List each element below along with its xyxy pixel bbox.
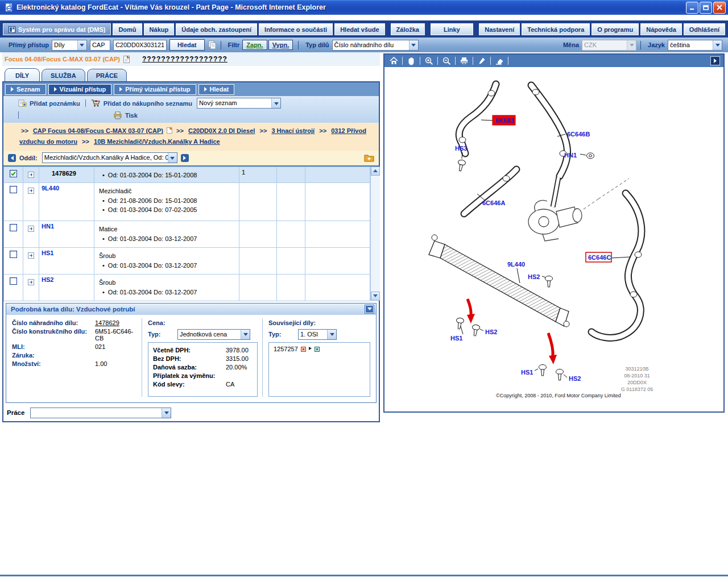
minimize-button[interactable] — [686, 2, 698, 14]
scroll-up-button[interactable] — [371, 167, 380, 176]
context-row: Focus 04-08/Focus C-MAX 03-07 (CAP) ????… — [2, 52, 380, 66]
related-type-select[interactable]: 1. OSI — [298, 329, 337, 340]
callout-6c646b[interactable]: 6C646B — [567, 131, 590, 138]
previous-section-button[interactable] — [8, 154, 16, 162]
parts-diagram[interactable]: 6K683 HS3 6C646B HN1 6C646A 9L440 HS2 6C… — [384, 67, 723, 411]
part-number[interactable]: 1478629 — [39, 167, 94, 182]
expand-panel-button[interactable] — [710, 56, 720, 65]
pan-hand-icon[interactable] — [406, 56, 417, 66]
table-row[interactable]: 9L440 Mezichladič Od: 21-08-2006 Do: 15-… — [4, 182, 370, 221]
part-type-select[interactable]: Číslo náhradního dílu — [332, 40, 419, 51]
section-select[interactable]: Mezichladič/Vzduch.Kanálky A Hadice, Od:… — [42, 152, 177, 163]
breadcrumb-group-link[interactable]: 3 Hnací ústrojí — [271, 127, 315, 134]
eraser-icon[interactable] — [494, 56, 505, 66]
callout-9l440[interactable]: 9L440 — [507, 261, 525, 268]
menu-tech-support-button[interactable]: Technická podpora — [522, 23, 590, 35]
shopping-list-select[interactable]: Nový seznam — [197, 98, 281, 109]
part-number-link[interactable]: HS2 — [39, 274, 94, 301]
table-row[interactable]: HS2 Šroub Od: 01-03-2004 Do: 03-12-2007 — [4, 274, 370, 301]
search-button[interactable]: Hledat — [169, 39, 205, 51]
callout-hs2-core[interactable]: HS2 — [528, 273, 540, 280]
home-icon[interactable] — [388, 56, 399, 66]
menu-search-all-button[interactable]: Hledat všude — [334, 23, 384, 35]
close-button[interactable] — [713, 2, 726, 14]
expand-row-button[interactable] — [28, 226, 34, 232]
price-type-select[interactable]: Jednotková cena — [177, 329, 250, 340]
filter-off-button[interactable]: Vypn. — [268, 40, 293, 50]
menu-bookmark-button[interactable]: Záložka — [391, 23, 425, 35]
menu-part-info-button[interactable]: Informace o součásti — [259, 23, 333, 35]
callout-hs1-bottom[interactable]: HS1 — [521, 369, 533, 376]
row-checkbox[interactable] — [10, 251, 17, 258]
access-category-select[interactable]: Díly — [52, 40, 87, 51]
view-list-button[interactable]: Seznam — [5, 84, 46, 95]
work-select[interactable] — [30, 408, 171, 418]
document-icon[interactable] — [166, 127, 173, 134]
document-icon[interactable] — [123, 55, 130, 64]
filter-on-button[interactable]: Zapn. — [242, 40, 267, 50]
breadcrumb-section-link[interactable]: 10B Mezichladič/Vzduch.Kanálky A Hadice — [94, 138, 220, 145]
row-checkbox[interactable] — [10, 224, 17, 231]
add-note-button[interactable]: Přidat poznámku — [18, 99, 80, 107]
part-number-link[interactable]: HN1 — [39, 221, 94, 247]
menu-settings-button[interactable]: Nastavení — [479, 23, 520, 35]
breadcrumb-vehicle-link[interactable]: CAP Focus 04-08/Focus C-MAX 03-07 (CAP) — [33, 127, 163, 134]
callout-6c646c-boxed[interactable]: 6C646C — [588, 254, 611, 261]
menu-about-button[interactable]: O programu — [592, 23, 639, 35]
view-search-button[interactable]: Hledat — [198, 84, 235, 95]
callout-hs2-bottom[interactable]: HS2 — [569, 375, 581, 382]
folder-up-icon[interactable] — [364, 153, 374, 162]
tab-sluzba[interactable]: SLUŽBA — [42, 69, 85, 81]
part-number-link[interactable]: 1478629 — [95, 319, 119, 326]
table-row[interactable]: HN1 Matice Od: 01-03-2004 Do: 03-12-2007 — [4, 221, 370, 247]
table-scrollbar[interactable] — [370, 167, 380, 301]
next-section-button[interactable] — [181, 154, 189, 162]
expand-row-button[interactable] — [28, 188, 34, 194]
menu-dealer-data-button[interactable]: Údaje obch. zastoupení — [176, 23, 257, 35]
unknown-description-link[interactable]: ?????????????????? — [142, 55, 228, 63]
table-row[interactable]: 1478629 Od: 01-03-2004 Do: 15-01-2008 1 — [4, 167, 370, 182]
menu-home-button[interactable]: Domů — [113, 23, 142, 35]
language-select[interactable]: čeština — [668, 40, 722, 51]
tab-dily[interactable]: DÍLY — [5, 68, 40, 81]
table-row[interactable]: HS1 Šroub Od: 01-03-2004 Do: 03-12-2007 — [4, 247, 370, 274]
restore-button[interactable] — [700, 2, 712, 14]
part-number-link[interactable]: HS1 — [39, 247, 94, 274]
callout-hs3[interactable]: HS3 — [455, 145, 467, 152]
scroll-down-button[interactable] — [371, 292, 380, 301]
zoom-out-icon[interactable] — [441, 56, 452, 66]
diagram-canvas[interactable]: 6K683 HS3 6C646B HN1 6C646A 9L440 HS2 6C… — [384, 67, 723, 411]
collapse-detail-button[interactable] — [365, 305, 374, 313]
callout-hn1[interactable]: HN1 — [564, 152, 577, 159]
menu-help-button[interactable]: Nápověda — [640, 23, 682, 35]
expand-row-button[interactable] — [28, 172, 34, 178]
arrow-right-icon — [309, 347, 312, 350]
callout-hs1-left[interactable]: HS1 — [450, 335, 462, 342]
part-number-link[interactable]: 9L440 — [39, 182, 94, 221]
menu-links-button[interactable]: Linky — [431, 23, 473, 35]
copy-pages-icon[interactable] — [208, 40, 217, 50]
callout-hs2-left[interactable]: HS2 — [485, 329, 497, 335]
related-part-link[interactable]: 1257257 — [274, 346, 298, 352]
view-visual-access-button[interactable]: Vizuální přístup — [48, 84, 112, 95]
add-to-shopping-list-button[interactable]: Přidat do nákupního seznamu — [91, 99, 192, 107]
menu-dms-button[interactable]: Systém pro správu dat (DMS) — [3, 23, 111, 35]
callout-6c646a[interactable]: 6C646A — [482, 199, 505, 206]
cap-input[interactable] — [90, 40, 110, 51]
print-button[interactable]: Tisk — [113, 111, 138, 119]
row-checkbox[interactable] — [10, 186, 17, 193]
breadcrumb-engine-link[interactable]: C20DD0X 2.0 DI Diesel — [188, 127, 255, 134]
print-diagram-icon[interactable] — [458, 56, 470, 66]
row-checkbox-checked[interactable] — [10, 170, 17, 177]
view-direct-visual-access-button[interactable]: Přímý vizuální přístup — [114, 84, 196, 95]
expand-row-button[interactable] — [28, 252, 34, 259]
menu-logout-button[interactable]: Odhlášení — [684, 23, 725, 35]
callout-6k683-highlighted[interactable]: 6K683 — [495, 117, 514, 124]
menu-purchase-button[interactable]: Nákup — [144, 23, 175, 35]
pen-icon[interactable] — [476, 56, 487, 66]
zoom-in-icon[interactable] — [423, 56, 435, 66]
expand-row-button[interactable] — [28, 279, 34, 285]
tab-prace[interactable]: PRÁCE — [87, 69, 127, 81]
search-query-input[interactable] — [113, 40, 167, 51]
row-checkbox[interactable] — [10, 277, 17, 285]
